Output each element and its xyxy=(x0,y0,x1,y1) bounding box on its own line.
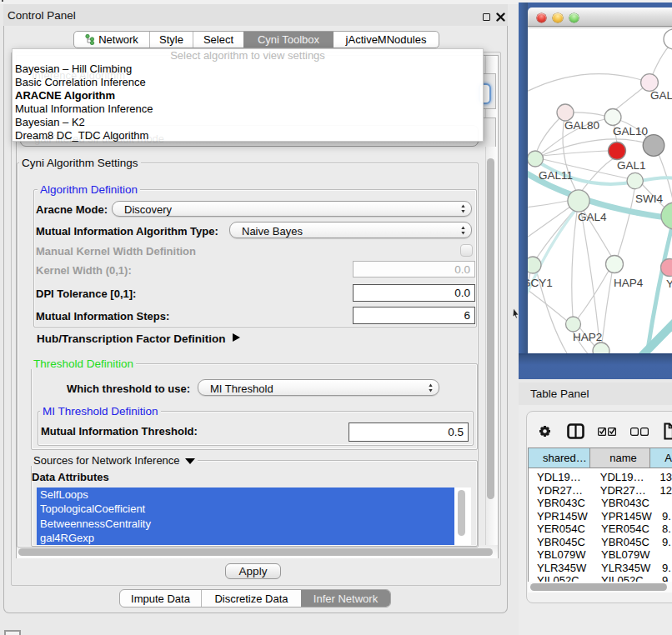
svg-text:HAP2: HAP2 xyxy=(573,331,602,343)
svg-text:GAL7: GAL7 xyxy=(650,89,672,102)
svg-text:HAP4: HAP4 xyxy=(614,277,644,289)
svg-text:GAL10: GAL10 xyxy=(613,125,648,138)
svg-text:GAL11: GAL11 xyxy=(539,169,573,182)
svg-text:GAL4: GAL4 xyxy=(578,211,607,223)
svg-text:GCY1: GCY1 xyxy=(528,277,553,289)
svg-text:SWI4: SWI4 xyxy=(635,192,663,205)
svg-text:GAL1: GAL1 xyxy=(617,159,646,172)
svg-text:GAL80: GAL80 xyxy=(564,119,599,132)
svg-text:YB: YB xyxy=(666,278,672,290)
